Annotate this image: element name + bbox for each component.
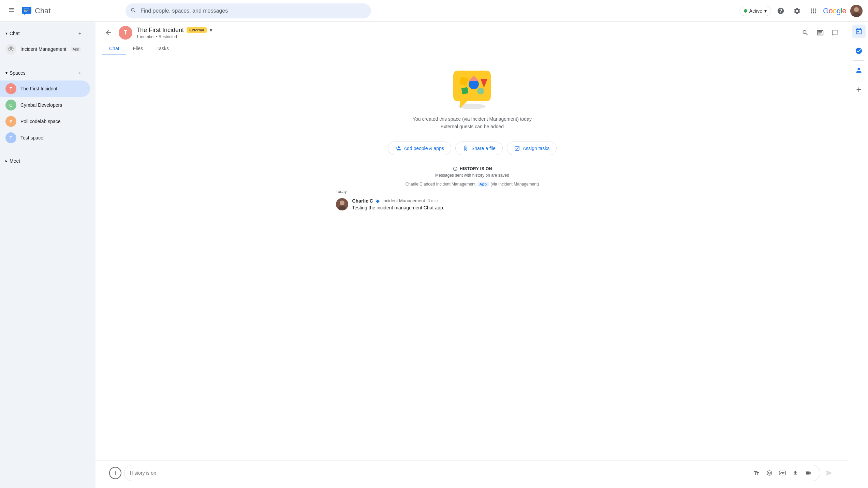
- menu-button[interactable]: [5, 4, 18, 18]
- message-sender: Charlie C: [352, 198, 373, 204]
- chat-title: The First Incident: [136, 27, 184, 34]
- chat-section-title: ▾ Chat: [5, 31, 20, 36]
- add-attachment-button[interactable]: [109, 467, 121, 479]
- svg-point-2: [26, 10, 27, 11]
- welcome-line1: You created this space (via Incident Man…: [413, 115, 532, 123]
- gif-button[interactable]: GIF: [776, 467, 789, 479]
- welcome-text: You created this space (via Incident Man…: [413, 115, 532, 131]
- sidebar: ▾ Chat +: [0, 22, 95, 488]
- sidebar-item-cymbal-developers[interactable]: C Cymbal Developers: [0, 97, 90, 113]
- space-title-avatar: T: [119, 26, 132, 40]
- emoji-button[interactable]: [763, 467, 776, 479]
- share-file-button[interactable]: Share a file: [455, 142, 503, 155]
- chat-section-label: Chat: [10, 31, 20, 36]
- spaces-section: ▾ Spaces + T The First Incident C Cymbal…: [0, 64, 95, 147]
- history-banner-subtitle: Messages sent with history on are saved: [435, 173, 509, 178]
- svg-point-20: [477, 88, 484, 94]
- chat-title-row: The First Incident External ▾: [136, 26, 212, 34]
- message-text: Testing the incident management Chat app…: [352, 204, 444, 211]
- incident-management-label: Incident Management: [20, 46, 67, 52]
- meet-expand-icon: ▸: [5, 159, 8, 163]
- meet-section-header[interactable]: ▸ Meet: [0, 156, 90, 166]
- back-button[interactable]: [102, 27, 115, 39]
- title-chevron[interactable]: ▾: [209, 26, 212, 34]
- tasks-sidebar-button[interactable]: [852, 44, 866, 58]
- threads-button[interactable]: [828, 26, 842, 40]
- add-sidebar-widget-button[interactable]: [852, 83, 866, 97]
- settings-button[interactable]: [790, 4, 804, 18]
- status-label: Active: [749, 8, 762, 14]
- svg-rect-19: [461, 87, 469, 94]
- search-icon: [130, 7, 136, 14]
- app-name-label: Chat: [35, 6, 50, 15]
- svg-point-11: [12, 48, 13, 50]
- format-text-button[interactable]: [750, 467, 763, 479]
- chat-tabs: Chat Files Tasks: [102, 42, 842, 55]
- assign-tasks-button[interactable]: Assign tasks: [507, 142, 557, 155]
- chat-title-info: The First Incident External ▾ 1 member •…: [136, 26, 212, 39]
- history-banner-title-text: HISTORY IS ON: [460, 166, 492, 171]
- search-input[interactable]: [126, 3, 371, 18]
- meet-section-title: ▸ Meet: [5, 158, 20, 164]
- help-button[interactable]: [774, 4, 788, 18]
- welcome-line2: External guests can be added: [413, 123, 532, 130]
- apps-button[interactable]: [807, 4, 820, 18]
- spaces-expand-icon: ▾: [5, 71, 8, 75]
- meet-section: ▸ Meet: [0, 154, 95, 168]
- add-space-icon: +: [78, 70, 81, 76]
- tab-chat[interactable]: Chat: [102, 42, 126, 55]
- sender-avatar-img: [336, 198, 348, 210]
- sidebar-divider-1: [853, 41, 864, 41]
- tab-files[interactable]: Files: [126, 42, 150, 55]
- spaces-section-header[interactable]: ▾ Spaces +: [0, 65, 90, 80]
- message-input[interactable]: [130, 470, 750, 476]
- sidebar-item-test-space[interactable]: T Test space!: [0, 130, 90, 146]
- video-button[interactable]: [802, 467, 814, 479]
- message-input-box: GIF: [124, 465, 820, 481]
- search-chat-button[interactable]: [798, 26, 812, 40]
- history-banner: HISTORY IS ON Messages sent with history…: [435, 166, 509, 178]
- app-logo: Chat: [21, 5, 50, 16]
- assign-tasks-label: Assign tasks: [523, 146, 550, 151]
- upload-button[interactable]: [789, 467, 801, 479]
- add-people-apps-button[interactable]: Add people & apps: [388, 142, 451, 155]
- sidebar-item-incident-management[interactable]: Incident Management App: [0, 41, 90, 57]
- app-badge-inline: App: [477, 182, 489, 187]
- search-bar: [126, 3, 371, 18]
- tasks-icon: [855, 47, 863, 55]
- video-call-button[interactable]: [813, 26, 827, 40]
- external-badge: External: [187, 27, 207, 33]
- robot-avatar: [5, 44, 16, 55]
- user-avatar-img: [850, 5, 863, 17]
- sidebar-divider-2: [853, 60, 864, 61]
- message-body: Charlie C ◆ Incident Management 3 min Te…: [352, 198, 444, 211]
- chat-expand-icon: ▾: [5, 31, 8, 36]
- svg-point-3: [28, 10, 29, 11]
- svg-point-23: [340, 201, 344, 205]
- google-logo: Google: [823, 6, 846, 15]
- message-avatar: [336, 198, 348, 210]
- add-chat-button[interactable]: +: [75, 29, 85, 38]
- sidebar-item-the-first-incident[interactable]: T The First Incident: [0, 80, 90, 97]
- tab-tasks[interactable]: Tasks: [150, 42, 176, 55]
- space-label-poll: Poll codelab space: [20, 119, 61, 124]
- verified-icon: ◆: [376, 198, 380, 204]
- chat-section-header[interactable]: ▾ Chat +: [0, 26, 90, 41]
- chat-logo-icon: [21, 5, 32, 16]
- contacts-sidebar-button[interactable]: [852, 63, 866, 77]
- share-file-icon: [462, 145, 469, 151]
- status-chip[interactable]: Active ▾: [739, 6, 771, 16]
- add-space-button[interactable]: +: [75, 68, 85, 78]
- action-buttons: Add people & apps Share a file Assign ta…: [388, 142, 557, 155]
- svg-point-5: [854, 7, 859, 12]
- user-avatar[interactable]: [850, 5, 863, 17]
- space-avatar-cymbal: C: [5, 100, 16, 110]
- right-sidebar: [849, 22, 868, 488]
- chat-input-area: GIF: [95, 460, 849, 488]
- sidebar-item-poll-codelab[interactable]: P Poll codelab space: [0, 113, 90, 130]
- input-actions: GIF: [750, 467, 814, 479]
- emoji-icon: [766, 470, 773, 476]
- send-button[interactable]: [823, 467, 835, 479]
- svg-rect-12: [10, 50, 12, 51]
- calendar-sidebar-button[interactable]: [852, 25, 866, 38]
